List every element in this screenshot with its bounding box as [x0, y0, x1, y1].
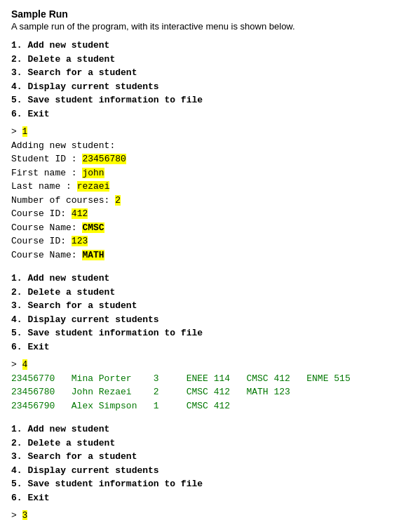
menu2-item-2: 2. Delete a student	[11, 286, 409, 300]
course-id-2-line: Course ID: 123	[11, 234, 409, 248]
student-list: 23456770 Mina Porter 3 ENEE 114 CMSC 412…	[11, 372, 409, 413]
student-id-value: 23456780	[82, 154, 126, 164]
course-name-1-line: Course Name: CMSC	[11, 221, 409, 235]
prompt-value-2: 4	[22, 359, 28, 370]
menu-item-2: 2. Delete a student	[11, 53, 409, 67]
prompt-2: > 4	[11, 358, 409, 372]
menu-item-5: 5. Save student information to file	[11, 93, 409, 107]
last-name-line: Last name : rezaei	[11, 180, 409, 194]
prompt-value-1: 1	[22, 126, 28, 137]
course-id-1-value: 412	[72, 208, 88, 219]
menu3-item-2: 2. Delete a student	[11, 436, 409, 451]
num-courses-value: 2	[115, 195, 121, 206]
menu3-item-6: 6. Exit	[11, 491, 409, 505]
course-name-2-line: Course Name: MATH	[11, 248, 409, 262]
input-block-1: Adding new student: Student ID : 2345678…	[11, 139, 409, 262]
menu2-item-6: 6. Exit	[11, 340, 409, 354]
menu-block-3: 1. Add new student 2. Delete a student 3…	[11, 422, 409, 505]
section-title: Sample Run	[11, 8, 409, 20]
section-description: A sample run of the program, with its in…	[11, 21, 409, 32]
course-name-2-value: MATH	[82, 250, 104, 260]
prompt-value-3: 3	[22, 510, 28, 520]
menu-item-3: 3. Search for a student	[11, 66, 409, 80]
information-text-2: information	[99, 328, 159, 338]
student-id-line: Student ID : 23456780	[11, 152, 409, 166]
menu3-item-4: 4. Display current students	[11, 464, 409, 478]
first-name-value: john	[82, 168, 104, 178]
menu-item-1: 1. Add new student	[11, 39, 409, 53]
menu-item-6: 6. Exit	[11, 107, 409, 121]
num-courses-line: Number of courses: 2	[11, 194, 409, 208]
student-row-2: 23456780 John Rezaei 2 CMSC 412 MATH 123	[11, 385, 409, 399]
last-name-value: rezaei	[77, 181, 110, 192]
menu3-item-3: 3. Search for a student	[11, 450, 409, 464]
adding-label: Adding new student:	[11, 139, 409, 153]
menu3-item-1: 1. Add new student	[11, 422, 409, 436]
menu-block-1: 1. Add new student 2. Delete a student 3…	[11, 39, 409, 121]
menu3-item-5: 5. Save student information to file	[11, 477, 409, 491]
menu-item-4: 4. Display current students	[11, 80, 409, 94]
information-text-3: information	[99, 479, 159, 489]
prompt-3: > 3	[11, 509, 409, 520]
menu2-item-1: 1. Add new student	[11, 272, 409, 286]
information-text-1: information	[99, 95, 159, 105]
first-name-line: First name : john	[11, 166, 409, 180]
menu2-item-5: 5. Save student information to file	[11, 326, 409, 340]
course-id-1-line: Course ID: 412	[11, 207, 409, 221]
student-row-1: 23456770 Mina Porter 3 ENEE 114 CMSC 412…	[11, 372, 409, 386]
menu-block-2: 1. Add new student 2. Delete a student 3…	[11, 272, 409, 354]
course-id-2-value: 123	[72, 236, 88, 246]
menu2-item-3: 3. Search for a student	[11, 299, 409, 313]
course-name-1-value: CMSC	[82, 222, 104, 233]
student-row-3: 23456790 Alex Simpson 1 CMSC 412	[11, 399, 409, 413]
menu2-item-4: 4. Display current students	[11, 313, 409, 327]
prompt-1: > 1	[11, 125, 409, 139]
